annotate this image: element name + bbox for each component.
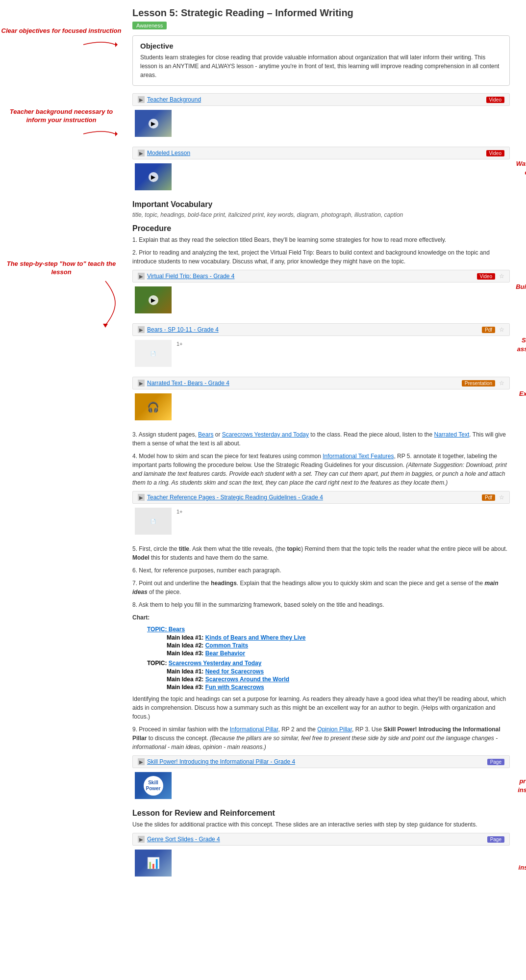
bears-topic-link[interactable]: TOPIC: Bears <box>147 626 185 633</box>
bears-sp-badge: Pdf <box>482 327 495 333</box>
idea-2-3: Main Idea #3: Fun with Scarecrows <box>167 684 510 691</box>
narrated-text-star[interactable]: ☆ <box>499 380 504 387</box>
opinion-pillar-link[interactable]: Opinion Pillar <box>317 726 352 733</box>
teacher-background-thumb-area: ▶ <box>132 106 510 141</box>
teacher-background-header[interactable]: ▶ Teacher Background Video <box>132 93 510 106</box>
annotation-8-container: Done-for-you lesson presentations to gui… <box>515 768 526 822</box>
genre-sort-section: ▶ Genre Sort Slides - Grade 4 Page 📊 Mor… <box>132 833 510 880</box>
narrated-text-title[interactable]: Narrated Text - Bears - Grade 4 <box>147 380 229 387</box>
page-title: Lesson 5: Strategic Reading – Informed W… <box>132 7 510 19</box>
expand-icon-5[interactable]: ▶ <box>138 380 145 387</box>
narrated-link[interactable]: Narrated Text <box>434 431 470 438</box>
play-button-3[interactable]: ▶ <box>149 295 158 305</box>
modeled-lesson-title[interactable]: Modeled Lesson <box>147 150 190 156</box>
bears-sp-star[interactable]: ☆ <box>499 326 504 333</box>
expand-icon-6[interactable]: ▶ <box>138 494 145 501</box>
expand-icon-7[interactable]: ▶ <box>138 758 145 765</box>
annotation-6: Student pages that can be assigned to yo… <box>515 336 526 354</box>
annotation-5: Build background information to support … <box>515 283 526 300</box>
play-button-2[interactable]: ▶ <box>149 172 158 182</box>
genre-sort-title[interactable]: Genre Sort Slides - Grade 4 <box>147 836 220 843</box>
info-pillar-link[interactable]: Informational Pillar <box>230 726 278 733</box>
idea-1-3-link[interactable]: Bear Behavior <box>205 650 245 657</box>
step-8: 8. Ask them to help you fill in the summ… <box>132 600 510 609</box>
idea-2-1-link[interactable]: Need for Scarecrows <box>205 668 264 675</box>
annotation-2: Teacher background necessary to inform y… <box>0 108 123 125</box>
bears-sp-thumb-area: 📄 1+ Student pages that can be assigned … <box>132 336 510 371</box>
vocab-header: Important Vocabulary <box>132 200 510 209</box>
annotation-arrow-1 <box>78 37 118 52</box>
annotation-1: Clear objectives for focused instruction <box>0 27 123 35</box>
svg-marker-0 <box>115 42 118 47</box>
step-2: 2. Prior to reading and analyzing the te… <box>132 248 510 266</box>
annotation-3-container: Watch as we take you into the classroom … <box>515 159 526 205</box>
narrated-text-badge: Presentation <box>462 380 495 387</box>
vft-bears-thumbnail[interactable]: ▶ <box>135 286 172 313</box>
chart-block: TOPIC: Bears Main Idea #1: Kinds of Bear… <box>147 626 510 691</box>
bears-sp-title[interactable]: Bears - SP 10-11 - Grade 4 <box>147 326 219 333</box>
modeled-lesson-section: ▶ Modeled Lesson Video ▶ Watch as we tak… <box>132 147 510 194</box>
teacher-ref-title[interactable]: Teacher Reference Pages - Strategic Read… <box>147 494 323 501</box>
annotation-7-container: Experience the text through narration <box>515 389 526 425</box>
bears-link[interactable]: Bears <box>198 431 213 438</box>
vft-bears-star[interactable]: ☆ <box>499 273 504 280</box>
idea-1-1: Main Idea #1: Kinds of Bears and Where t… <box>167 634 510 641</box>
scarecrows-link[interactable]: Scarecrows Yesterday and Today <box>222 431 309 438</box>
expand-icon-3[interactable]: ▶ <box>138 273 145 280</box>
bears-sp-header[interactable]: ▶ Bears - SP 10-11 - Grade 4 Pdf ☆ <box>132 323 510 336</box>
teacher-background-title[interactable]: Teacher Background <box>147 96 201 103</box>
bears-sp-section: ▶ Bears - SP 10-11 - Grade 4 Pdf ☆ 📄 1+ … <box>132 323 510 371</box>
vft-bears-title[interactable]: Virtual Field Trip: Bears - Grade 4 <box>147 273 235 280</box>
skill-power-header[interactable]: ▶ Skill Power! Introducing the Informati… <box>132 755 510 768</box>
teacher-ref-star[interactable]: ☆ <box>499 494 504 501</box>
modeled-lesson-header[interactable]: ▶ Modeled Lesson Video <box>132 147 510 159</box>
skill-power-section: ▶ Skill Power! Introducing the Informati… <box>132 755 510 803</box>
text-features-link[interactable]: Informational Text Features <box>323 453 394 460</box>
vft-bears-section: ▶ Virtual Field Trip: Bears - Grade 4 Vi… <box>132 270 510 317</box>
idea-1-1-link[interactable]: Kinds of Bears and Where they Live <box>205 634 306 641</box>
teacher-background-badge: Video <box>486 97 504 103</box>
objective-text: Students learn strategies for close read… <box>140 53 502 79</box>
modeled-lesson-thumb-area: ▶ Watch as we take you into the classroo… <box>132 159 510 194</box>
genre-sort-thumbnail[interactable]: 📊 <box>135 850 172 877</box>
teacher-ref-badge: Pdf <box>482 494 495 501</box>
expand-icon-4[interactable]: ▶ <box>138 326 145 333</box>
narrated-text-thumb-area: 🎧 Experience the text through narration <box>132 389 510 424</box>
scarecrows-topic-link[interactable]: Scarecrows Yesterday and Today <box>169 660 262 667</box>
bears-sp-count: 1+ <box>176 341 183 347</box>
annotation-7: Experience the text through narration <box>515 389 526 407</box>
skill-power-thumb-area: Skill Power Done-for-you lesson presenta… <box>132 768 510 803</box>
teacher-ref-thumbnail[interactable]: 📄 <box>135 508 172 535</box>
chart-label: Chart: <box>132 613 510 622</box>
narrated-text-header[interactable]: ▶ Narrated Text - Bears - Grade 4 Presen… <box>132 377 510 389</box>
teacher-background-thumbnail[interactable]: ▶ <box>135 110 172 137</box>
vft-bears-header[interactable]: ▶ Virtual Field Trip: Bears - Grade 4 Vi… <box>132 270 510 283</box>
step-6: 6. Next, for reference purposes, number … <box>132 566 510 575</box>
play-button[interactable]: ▶ <box>149 119 158 129</box>
idea-1-3: Main Idea #3: Bear Behavior <box>167 650 510 657</box>
skill-power-thumbnail[interactable]: Skill Power <box>135 772 172 799</box>
bears-sp-thumbnail[interactable]: 📄 <box>135 340 172 367</box>
skill-power-title[interactable]: Skill Power! Introducing the Information… <box>147 758 295 765</box>
genre-sort-header[interactable]: ▶ Genre Sort Slides - Grade 4 Page <box>132 833 510 846</box>
awareness-badge: Awareness <box>132 22 167 29</box>
idea-2-2: Main Idea #2: Scarecrows Around the Worl… <box>167 676 510 683</box>
teacher-ref-header[interactable]: ▶ Teacher Reference Pages - Strategic Re… <box>132 491 510 504</box>
genre-sort-thumb-area: 📊 More great lessons to empower your wri… <box>132 846 510 880</box>
modeled-lesson-thumbnail[interactable]: ▶ <box>135 163 172 190</box>
step-7: 7. Point out and underline the headings.… <box>132 579 510 596</box>
narrated-text-thumbnail[interactable]: 🎧 <box>135 393 172 420</box>
expand-icon[interactable]: ▶ <box>138 96 145 103</box>
expand-icon-2[interactable]: ▶ <box>138 150 145 156</box>
modeled-lesson-badge: Video <box>486 150 504 156</box>
annotation-9: More great lessons to empower your writi… <box>515 846 526 881</box>
svg-marker-1 <box>115 131 118 136</box>
idea-2-3-link[interactable]: Fun with Scarecrows <box>205 684 264 691</box>
idea-2-2-link[interactable]: Scarecrows Around the World <box>205 676 289 683</box>
expand-icon-8[interactable]: ▶ <box>138 836 145 843</box>
teacher-ref-count: 1+ <box>176 509 183 515</box>
idea-1-2: Main Idea #2: Common Traits <box>167 642 510 649</box>
teacher-ref-thumb-area: 📄 1+ <box>132 504 510 539</box>
headphone-icon: 🎧 <box>147 401 159 413</box>
idea-1-2-link[interactable]: Common Traits <box>205 642 248 649</box>
